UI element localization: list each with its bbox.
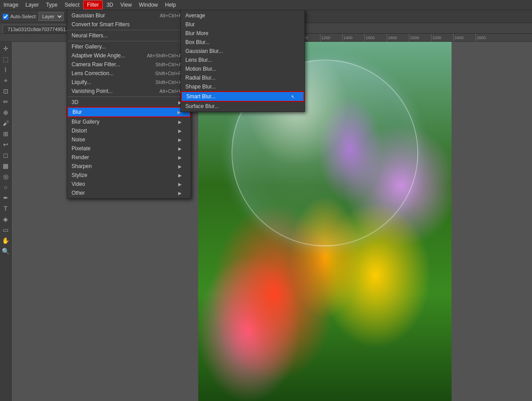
move-tool[interactable]: ✛	[1, 44, 11, 53]
lasso-tool[interactable]: ⌇	[1, 65, 11, 75]
filter-distort-label: Distort	[72, 128, 87, 134]
blur-blur[interactable]: Blur	[181, 20, 304, 29]
ruler-2600: 2600	[476, 34, 498, 42]
filter-blur-gallery[interactable]: Blur Gallery ▶	[67, 117, 191, 126]
blur-gaussian[interactable]: Gaussian Blur...	[181, 47, 304, 56]
filter-video-label: Video	[72, 181, 85, 187]
blur-motion[interactable]: Motion Blur...	[181, 64, 304, 73]
filter-convert-smart-label: Convert for Smart Filters	[72, 21, 130, 28]
crop-tool[interactable]: ⊡	[1, 86, 11, 96]
blur-radial[interactable]: Radial Blur...	[181, 73, 304, 82]
filter-stylize[interactable]: Stylize ▶	[67, 171, 191, 180]
blur-lens[interactable]: Lens Blur...	[181, 56, 304, 64]
menu-layer[interactable]: Layer	[22, 1, 42, 9]
path-tool[interactable]: ◈	[1, 214, 11, 224]
filter-gaussian-blur-label: Gaussian Blur	[72, 12, 105, 19]
gradient-tool[interactable]: ▦	[1, 161, 11, 171]
filter-sharpen[interactable]: Sharpen ▶	[67, 162, 191, 171]
filter-pixelate-label: Pixelate	[72, 145, 91, 152]
blur-tool[interactable]: ◎	[1, 172, 11, 181]
filter-liquify-label: Liquify...	[72, 79, 91, 85]
ruler-2000: 2000	[409, 34, 431, 42]
filter-distort[interactable]: Distort ▶	[67, 126, 191, 135]
ruler-1400: 1400	[342, 34, 364, 42]
dodge-tool[interactable]: ○	[1, 182, 11, 192]
blur-more-label: Blur More	[185, 30, 208, 36]
menu-image[interactable]: Image	[0, 1, 22, 9]
filter-sharpen-label: Sharpen	[72, 163, 92, 169]
eyedropper-tool[interactable]: ✏	[1, 97, 11, 107]
blur-lens-label: Lens Blur...	[185, 57, 212, 63]
filter-liquify-shortcut: Shift+Ctrl+X	[156, 80, 182, 85]
document-tab[interactable]: 713a031f2c8de703774951.jp	[3, 25, 76, 33]
blur-box-label: Box Blur...	[185, 39, 210, 45]
menu-select[interactable]: Select	[61, 1, 83, 9]
history-tool[interactable]: ↩	[1, 140, 11, 149]
filter-vanishing-point-shortcut: Alt+Ctrl+V	[160, 88, 182, 94]
blur-box[interactable]: Box Blur...	[181, 38, 304, 47]
cursor-icon: ↖	[291, 94, 295, 99]
filter-camera-raw-label: Camera Raw Filter...	[72, 61, 120, 68]
menu-help[interactable]: Help	[161, 1, 180, 9]
eraser-tool[interactable]: ◻	[1, 150, 11, 160]
ruler-1200: 1200	[320, 34, 342, 42]
filter-blur-gallery-arrow: ▶	[178, 120, 182, 124]
clone-tool[interactable]: ⊞	[1, 129, 11, 139]
magic-wand-tool[interactable]: ⌖	[1, 76, 11, 85]
menu-view[interactable]: View	[117, 1, 136, 9]
heal-tool[interactable]: ⊕	[1, 108, 11, 117]
filter-stylize-label: Stylize	[72, 172, 87, 178]
filter-render[interactable]: Render ▶	[67, 153, 191, 162]
filter-neural[interactable]: Neural Filters...	[67, 31, 191, 40]
blur-average[interactable]: Average	[181, 11, 304, 20]
blur-surface-label: Surface Blur...	[185, 103, 219, 109]
filter-pixelate[interactable]: Pixelate ▶	[67, 144, 191, 153]
filter-lens-correction-label: Lens Correction...	[72, 70, 114, 76]
filter-video[interactable]: Video ▶	[67, 180, 191, 188]
blur-more[interactable]: Blur More	[181, 29, 304, 38]
hand-tool[interactable]: ✋	[1, 236, 11, 245]
filter-convert-smart[interactable]: Convert for Smart Filters	[67, 20, 191, 29]
filter-noise[interactable]: Noise ▶	[67, 135, 191, 144]
filter-vanishing-point[interactable]: Vanishing Point... Alt+Ctrl+V	[67, 87, 191, 96]
blur-radial-label: Radial Blur...	[185, 75, 216, 81]
text-tool[interactable]: T	[1, 204, 11, 213]
filter-gaussian-blur-shortcut: Alt+Ctrl+F	[160, 13, 182, 18]
menubar: Image Layer Type Select Filter 3D View W…	[0, 0, 532, 10]
pen-tool[interactable]: ✒	[1, 193, 11, 203]
filter-other[interactable]: Other ▶	[67, 188, 191, 197]
filter-sharpen-arrow: ▶	[178, 164, 182, 169]
filter-blur[interactable]: Blur ▶	[67, 107, 191, 117]
marquee-tool[interactable]: ⬚	[1, 54, 11, 64]
auto-select-label: Auto-Select:	[10, 14, 37, 19]
zoom-tool[interactable]: 🔍	[1, 246, 11, 256]
auto-select-checkbox[interactable]	[3, 14, 8, 20]
menu-type[interactable]: Type	[42, 1, 61, 9]
filter-gallery-label: Filter Gallery...	[72, 44, 106, 50]
layer-select[interactable]: Layer	[39, 12, 64, 21]
filter-render-label: Render	[72, 154, 89, 160]
filter-adaptive-wide[interactable]: Adaptive Wide Angle... Alt+Shift+Ctrl+A	[67, 51, 191, 60]
shape-tool[interactable]: ▭	[1, 225, 11, 235]
ruler-1600: 1600	[364, 34, 387, 42]
filter-lens-correction[interactable]: Lens Correction... Shift+Ctrl+R	[67, 69, 191, 78]
filter-adaptive-wide-label: Adaptive Wide Angle...	[72, 52, 125, 59]
menu-window[interactable]: Window	[136, 1, 162, 9]
filter-gallery[interactable]: Filter Gallery...	[67, 42, 191, 51]
filter-blur-label: Blur	[72, 109, 82, 115]
filter-camera-raw[interactable]: Camera Raw Filter... Shift+Ctrl+A	[67, 60, 191, 69]
blur-surface[interactable]: Surface Blur...	[181, 102, 304, 111]
filter-liquify[interactable]: Liquify... Shift+Ctrl+X	[67, 78, 191, 87]
menu-3d[interactable]: 3D	[103, 1, 116, 9]
filter-gaussian-blur[interactable]: Gaussian Blur Alt+Ctrl+F	[67, 11, 191, 20]
blur-gaussian-label: Gaussian Blur...	[185, 48, 223, 54]
blur-smart[interactable]: Smart Blur... ↖	[181, 91, 304, 102]
blur-submenu: Average Blur Blur More Box Blur... Gauss…	[180, 10, 305, 112]
filter-3d-label: 3D	[72, 99, 78, 105]
filter-other-arrow: ▶	[178, 191, 182, 196]
menu-filter[interactable]: Filter	[83, 0, 103, 9]
filter-3d[interactable]: 3D ▶	[67, 98, 191, 107]
blur-shape[interactable]: Shape Blur...	[181, 82, 304, 91]
ruler-2200: 2200	[431, 34, 453, 42]
brush-tool[interactable]: 🖌	[1, 118, 11, 128]
